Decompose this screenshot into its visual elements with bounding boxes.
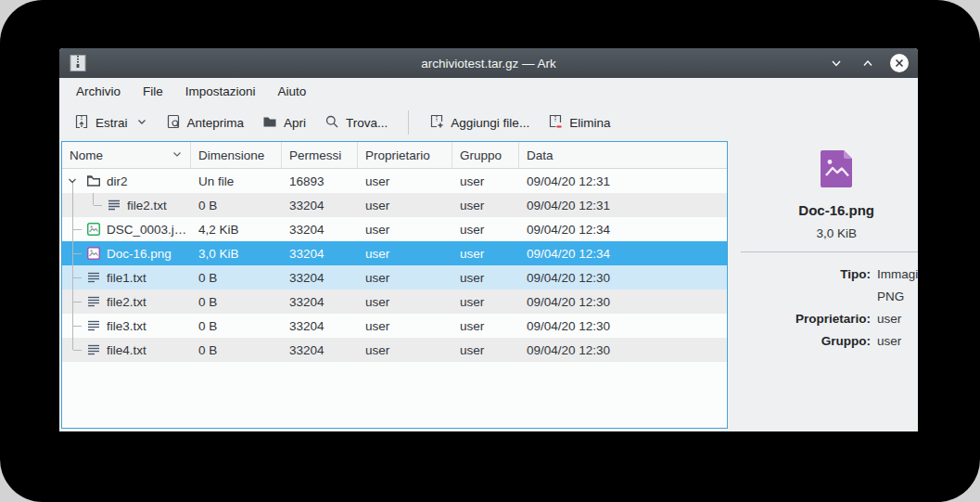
document-preview-icon xyxy=(166,114,181,132)
menu-aiuto[interactable]: Aiuto xyxy=(269,82,316,101)
archive-remove-icon xyxy=(548,114,563,132)
extract-button[interactable]: Estrai xyxy=(67,109,155,137)
column-header-proprietario[interactable]: Proprietario xyxy=(358,142,452,168)
file-name: file3.txt xyxy=(107,319,146,333)
column-header-gruppo[interactable]: Gruppo xyxy=(452,142,519,168)
meta-value-proprietario: user xyxy=(877,308,918,330)
meta-label-gruppo: Gruppo: xyxy=(741,330,871,353)
panel-file-name: Doc-16.png xyxy=(741,202,918,218)
open-button[interactable]: Apri xyxy=(255,109,313,137)
meta-label-proprietario: Proprietario: xyxy=(741,308,871,330)
folder-icon xyxy=(86,174,101,188)
table-row[interactable]: dir2 Un file 16893 user user 09/04/20 12… xyxy=(62,169,727,193)
menu-archivio[interactable]: Archivio xyxy=(67,82,130,101)
file-name: file4.txt xyxy=(107,343,146,357)
table-row[interactable]: file2.txt 0 B 33204 user user 09/04/20 1… xyxy=(62,290,727,314)
table-row[interactable]: DSC_0003.jpg 4,2 KiB 33204 user user 09/… xyxy=(62,217,727,241)
file-name: DSC_0003.jpg xyxy=(107,223,187,237)
find-button[interactable]: Trova... xyxy=(317,109,395,137)
column-header-permessi[interactable]: Permessi xyxy=(282,142,358,168)
text-file-icon xyxy=(86,270,101,285)
file-name: dir2 xyxy=(107,174,128,188)
folder-icon xyxy=(262,114,277,132)
table-row[interactable]: file3.txt 0 B 33204 user user 09/04/20 1… xyxy=(62,314,727,338)
file-name: Doc-16.png xyxy=(107,247,172,261)
table-row[interactable]: file2.txt 0 B 33204 user user 09/04/20 1… xyxy=(62,193,727,217)
delete-button[interactable]: Elimina xyxy=(541,109,617,137)
toolbar-separator xyxy=(408,110,409,135)
table-row[interactable]: file4.txt 0 B 33204 user user 09/04/20 1… xyxy=(62,338,727,362)
text-file-icon xyxy=(86,342,101,357)
chevron-down-icon[interactable] xyxy=(136,116,147,130)
add-files-button[interactable]: Aggiungi file... xyxy=(422,109,537,137)
table-header: Nome Dimensione Permessi Proprietario Gr… xyxy=(62,142,727,169)
text-file-icon xyxy=(86,294,101,309)
meta-label-tipo: Tipo: xyxy=(741,264,871,308)
panel-metadata: Tipo: Immagine PNG Proprietario: user Gr… xyxy=(741,264,918,353)
meta-value-gruppo: user xyxy=(877,330,918,353)
table-row[interactable]: file1.txt 0 B 33204 user user 09/04/20 1… xyxy=(62,265,727,290)
file-name: file2.txt xyxy=(107,295,146,309)
menubar: Archivio File Impostazioni Aiuto xyxy=(59,78,918,104)
window-title: archiviotest.tar.gz — Ark xyxy=(59,57,918,71)
preview-button[interactable]: Anteprima xyxy=(159,109,252,137)
archive-extract-icon xyxy=(74,114,89,132)
menu-file[interactable]: File xyxy=(134,82,172,101)
image-png-large-icon xyxy=(816,148,857,189)
maximize-icon[interactable] xyxy=(859,54,877,72)
panel-file-size: 3,0 KiB xyxy=(741,226,918,240)
ark-window: archiviotest.tar.gz — Ark Archivio File … xyxy=(59,48,918,431)
sort-indicator-icon xyxy=(172,148,183,162)
text-file-icon xyxy=(107,198,121,212)
file-name: file1.txt xyxy=(107,271,146,285)
titlebar[interactable]: archiviotest.tar.gz — Ark xyxy=(59,48,918,78)
minimize-icon[interactable] xyxy=(827,54,846,72)
column-header-data[interactable]: Data xyxy=(519,142,727,168)
close-icon[interactable] xyxy=(890,54,909,72)
menu-impostazioni[interactable]: Impostazioni xyxy=(176,82,265,101)
table-empty-area[interactable] xyxy=(62,362,727,428)
search-icon xyxy=(325,114,339,132)
panel-divider xyxy=(741,251,918,252)
ark-app-icon xyxy=(69,54,87,72)
text-file-icon xyxy=(86,318,101,333)
main-area: Nome Dimensione Permessi Proprietario Gr… xyxy=(59,141,918,431)
column-header-nome[interactable]: Nome xyxy=(62,142,191,168)
archive-file-table: Nome Dimensione Permessi Proprietario Gr… xyxy=(61,141,728,429)
archive-insert-icon xyxy=(429,114,444,132)
image-jpeg-icon xyxy=(86,222,101,237)
column-header-dimensione[interactable]: Dimensione xyxy=(191,142,282,168)
info-panel: Doc-16.png 3,0 KiB Tipo: Immagine PNG Pr… xyxy=(728,141,918,429)
file-name: file2.txt xyxy=(127,199,167,212)
toolbar: Estrai Anteprima Apri xyxy=(59,104,918,141)
expander-chevron-down-icon[interactable] xyxy=(67,175,78,189)
table-row-selected[interactable]: Doc-16.png 3,0 KiB 33204 user user 09/04… xyxy=(62,241,727,265)
meta-value-tipo: Immagine PNG xyxy=(877,264,918,308)
image-png-icon xyxy=(86,246,101,261)
